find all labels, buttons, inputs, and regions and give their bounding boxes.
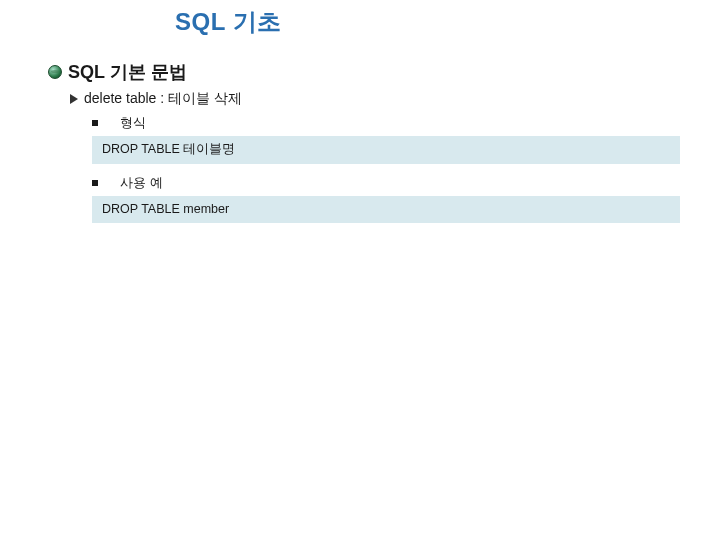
sub-heading: delete table : 테이블 삭제 xyxy=(84,90,242,108)
slide-title: SQL 기초 xyxy=(175,6,282,38)
square-bullet-icon xyxy=(92,120,98,126)
item-label-format: 형식 xyxy=(120,114,146,132)
triangle-bullet-icon xyxy=(70,94,78,104)
code-block-format: DROP TABLE 테이블명 xyxy=(92,136,680,164)
item-row-example: 사용 예 xyxy=(92,174,690,192)
code-block-example: DROP TABLE member xyxy=(92,196,680,224)
section-heading: SQL 기본 문법 xyxy=(68,60,187,84)
item-label-example: 사용 예 xyxy=(120,174,163,192)
globe-icon xyxy=(48,65,62,79)
item-row-format: 형식 xyxy=(92,114,690,132)
square-bullet-icon xyxy=(92,180,98,186)
sub-row: delete table : 테이블 삭제 xyxy=(70,90,690,108)
section-row: SQL 기본 문법 xyxy=(48,60,690,84)
content-area: SQL 기본 문법 delete table : 테이블 삭제 형식 DROP … xyxy=(48,60,690,233)
